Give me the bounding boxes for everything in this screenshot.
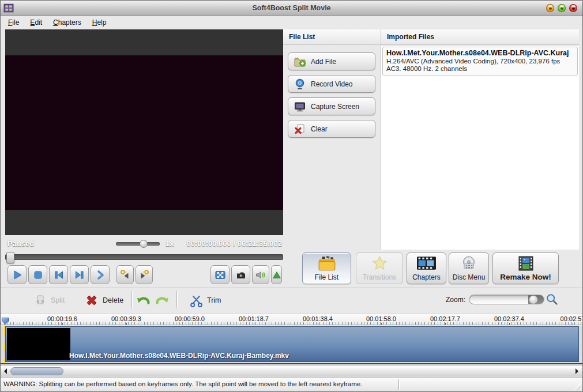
seek-handle[interactable]	[6, 252, 14, 263]
ruler-label: 00:02:57	[555, 315, 582, 322]
tab-file-list[interactable]: File List	[302, 252, 351, 284]
undo-icon	[136, 293, 151, 308]
ruler-label: 00:00:59.0	[172, 315, 208, 322]
video-frame	[5, 55, 283, 210]
play-to-button[interactable]	[91, 265, 110, 284]
ruler-label: 00:00:19.6	[44, 315, 80, 322]
camera-icon	[235, 269, 247, 281]
minimize-button[interactable]	[546, 4, 554, 12]
stop-button[interactable]	[28, 265, 47, 284]
undo-button[interactable]	[136, 292, 151, 309]
mute-button[interactable]	[252, 265, 269, 284]
previous-keyframe-icon	[119, 269, 131, 281]
edit-toolbar: Split Delete Trim Zoom:	[1, 287, 582, 313]
imported-files-header: Imported Files	[381, 29, 579, 45]
play-button[interactable]	[7, 265, 27, 284]
trim-button[interactable]: Trim	[190, 292, 221, 309]
capture-screen-label: Capture Screen	[311, 103, 359, 111]
ruler-label: 00:01:38.4	[300, 315, 336, 322]
speed-label: 1x	[166, 239, 174, 248]
imported-files-list: How.I.Met.Your.Mother.s08e04.WEB-DLRip-A…	[381, 45, 579, 250]
scroll-right-button[interactable]	[573, 367, 581, 375]
film-frames-icon	[517, 255, 535, 273]
menu-edit[interactable]: Edit	[27, 17, 45, 28]
split-button[interactable]: Split	[34, 292, 65, 309]
delete-icon	[85, 293, 99, 307]
clear-icon	[294, 123, 306, 135]
timeline-scrollbar[interactable]	[1, 365, 582, 376]
ruler-label: 00:01:18.7	[236, 315, 272, 322]
remake-now-button[interactable]: Remake Now!	[492, 252, 559, 284]
scroll-left-button[interactable]	[2, 367, 9, 375]
titlebar[interactable]: Soft4Boost Split Movie	[1, 1, 582, 16]
tab-transitions-label: Transitions	[363, 273, 396, 281]
status-message: WARNING: Splitting can be performed base…	[3, 380, 362, 387]
playhead-line[interactable]	[4, 326, 5, 363]
clip-thumbnail	[7, 328, 70, 360]
previous-frame-button[interactable]	[49, 265, 68, 284]
menu-chapters[interactable]: Chapters	[50, 17, 84, 28]
ruler-label: 00:02:17.7	[427, 315, 463, 322]
fullscreen-icon	[215, 269, 226, 281]
speed-slider[interactable]	[116, 242, 160, 246]
speed-slider-knob[interactable]	[140, 240, 148, 248]
previous-keyframe-button[interactable]	[116, 265, 134, 284]
toolbar-separator	[131, 291, 132, 308]
timeline-clip[interactable]: How.I.Met.Your.Mother.s08e04.WEB-DLRip-A…	[5, 326, 579, 362]
speaker-icon	[255, 269, 266, 281]
menu-help[interactable]: Help	[89, 17, 110, 28]
magnifier-icon[interactable]	[545, 292, 559, 308]
play-icon	[12, 269, 23, 281]
ruler-ticks	[1, 322, 582, 325]
menu-file[interactable]: File	[5, 17, 22, 28]
fullscreen-button[interactable]	[210, 265, 230, 284]
disc-icon	[461, 255, 477, 273]
snapshot-button[interactable]	[231, 265, 250, 284]
zoom-slider-knob[interactable]	[529, 295, 538, 304]
redo-icon	[155, 293, 170, 308]
file-video-info: H.264/AVC (Advanced Video Coding), 720x4…	[386, 58, 574, 65]
close-button[interactable]	[569, 4, 577, 12]
right-arrow-icon	[576, 368, 578, 374]
time-separator: /	[233, 239, 235, 248]
next-keyframe-icon	[138, 269, 150, 281]
next-frame-button[interactable]	[70, 265, 89, 284]
tab-chapters[interactable]: Chapters	[407, 252, 446, 284]
previous-frame-icon	[53, 269, 65, 281]
tab-transitions[interactable]: Transitions	[356, 252, 403, 284]
tab-disc-menu[interactable]: Disc Menu	[449, 252, 489, 284]
imported-file-item[interactable]: How.I.Met.Your.Mother.s08e04.WEB-DLRip-A…	[382, 47, 578, 76]
video-preview-area	[5, 29, 283, 235]
clip-name: How.I.Met.Your.Mother.s08e04.WEB-DLRip-A…	[69, 352, 286, 360]
timeline-zoom-slider[interactable]	[469, 295, 544, 304]
delete-button[interactable]: Delete	[85, 292, 123, 309]
player-status-strip: Paused 1x 00:00:00.000 / 00:21:35.002	[5, 236, 283, 251]
file-name: How.I.Met.Your.Mother.s08e04.WEB-DLRip-A…	[386, 49, 574, 57]
file-audio-info: AC3. 48000 Hz. 2 channels	[386, 65, 574, 72]
zoom-label: Zoom:	[446, 296, 465, 304]
stop-icon	[32, 269, 44, 281]
time-total: 00:21:35.002	[238, 239, 282, 248]
file-list-panel: File List Add File Record Video Capture …	[283, 29, 381, 250]
record-video-button[interactable]: Record Video	[288, 75, 375, 93]
capture-screen-button[interactable]: Capture Screen	[288, 97, 375, 115]
time-display: 00:00:00.000 / 00:21:35.002	[186, 239, 282, 248]
redo-button[interactable]	[155, 292, 170, 309]
resize-grip[interactable]	[574, 383, 581, 390]
seek-bar[interactable]	[5, 254, 283, 260]
volume-popup-button[interactable]	[271, 265, 282, 284]
trim-scissors-icon	[190, 294, 203, 307]
clear-button[interactable]: Clear	[288, 120, 375, 138]
split-label: Split	[51, 296, 65, 304]
add-file-button[interactable]: Add File	[288, 52, 375, 70]
next-frame-icon	[74, 269, 85, 281]
scrollbar-thumb[interactable]	[10, 367, 63, 375]
folder-films-icon	[317, 255, 337, 273]
ruler-label: 00:02:37.4	[491, 315, 527, 322]
volume-up-icon	[272, 270, 281, 280]
filmstrip-icon	[416, 255, 437, 273]
chevron-right-icon	[95, 269, 106, 281]
toolbar-separator	[176, 291, 177, 308]
next-keyframe-button[interactable]	[136, 265, 153, 284]
maximize-button[interactable]	[558, 4, 566, 12]
